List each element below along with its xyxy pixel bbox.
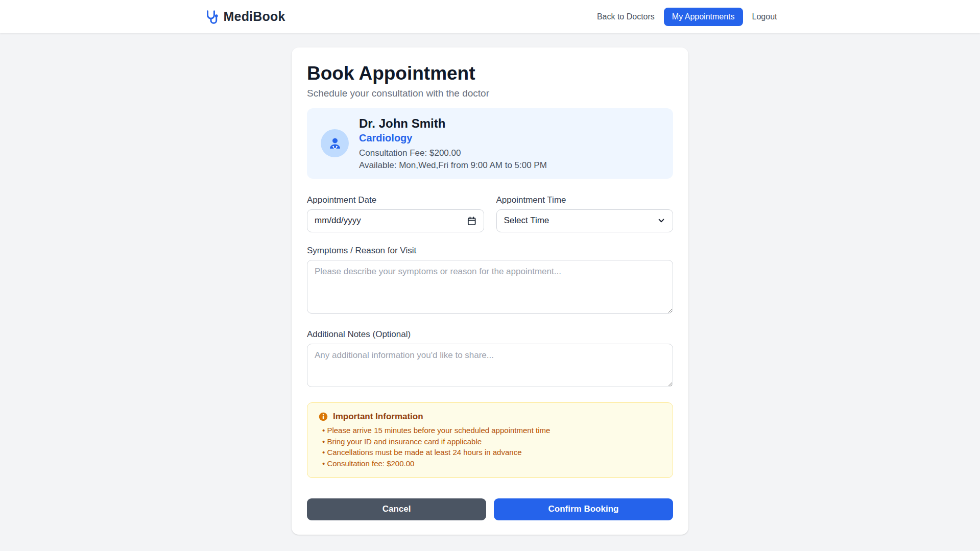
doctor-info-panel: Dr. John Smith Cardiology Consultation F… bbox=[307, 108, 673, 179]
appointment-time-label: Appointment Time bbox=[496, 195, 674, 205]
important-information-panel: Important Information Please arrive 15 m… bbox=[307, 402, 673, 478]
notice-list: Please arrive 15 minutes before your sch… bbox=[319, 426, 661, 469]
appointment-time-group: Appointment Time Select Time bbox=[496, 195, 674, 232]
page-subtitle: Schedule your consultation with the doct… bbox=[307, 88, 673, 99]
notice-title: Important Information bbox=[333, 412, 423, 422]
chevron-down-icon bbox=[657, 217, 665, 225]
date-time-row: Appointment Date mm/dd/yyyy Appointment … bbox=[307, 195, 673, 232]
brand-logo[interactable]: MediBook bbox=[203, 9, 285, 25]
notice-item: Bring your ID and insurance card if appl… bbox=[322, 437, 661, 447]
appointment-time-value: Select Time bbox=[504, 215, 549, 226]
appointment-date-input[interactable]: mm/dd/yyyy bbox=[307, 209, 484, 232]
nav-back-to-doctors[interactable]: Back to Doctors bbox=[597, 12, 655, 21]
page-title: Book Appointment bbox=[307, 63, 673, 85]
appointment-time-select[interactable]: Select Time bbox=[496, 209, 674, 232]
doctor-availability: Available: Mon,Wed,Fri from 9:00 AM to 5… bbox=[359, 160, 547, 171]
form-actions: Cancel Confirm Booking bbox=[307, 498, 673, 520]
info-circle-icon bbox=[319, 412, 328, 421]
page-content: Book Appointment Schedule your consultat… bbox=[0, 33, 980, 535]
appointment-date-value: mm/dd/yyyy bbox=[315, 215, 361, 226]
nav-my-appointments[interactable]: My Appointments bbox=[664, 8, 743, 26]
doctor-consultation-fee: Consultation Fee: $200.00 bbox=[359, 148, 547, 158]
notes-group: Additional Notes (Optional) bbox=[307, 329, 673, 389]
notice-item: Please arrive 15 minutes before your sch… bbox=[322, 426, 661, 436]
appointment-date-group: Appointment Date mm/dd/yyyy bbox=[307, 195, 484, 232]
notes-label: Additional Notes (Optional) bbox=[307, 329, 673, 340]
brand-name: MediBook bbox=[224, 9, 285, 24]
confirm-booking-button[interactable]: Confirm Booking bbox=[494, 498, 673, 520]
stethoscope-icon bbox=[203, 9, 219, 25]
notice-item: Cancellations must be made at least 24 h… bbox=[322, 448, 661, 458]
calendar-icon[interactable] bbox=[467, 216, 476, 226]
symptoms-group: Symptoms / Reason for Visit bbox=[307, 246, 673, 316]
doctor-details: Dr. John Smith Cardiology Consultation F… bbox=[359, 116, 547, 171]
notice-header: Important Information bbox=[319, 412, 661, 422]
notice-item: Consultation fee: $200.00 bbox=[322, 459, 661, 469]
doctor-name: Dr. John Smith bbox=[359, 116, 547, 131]
cancel-button[interactable]: Cancel bbox=[307, 498, 486, 520]
doctor-specialty: Cardiology bbox=[359, 132, 547, 144]
symptoms-textarea[interactable] bbox=[307, 260, 673, 314]
top-navigation-bar: MediBook Back to Doctors My Appointments… bbox=[0, 0, 980, 33]
appointment-date-label: Appointment Date bbox=[307, 195, 484, 205]
nav-logout[interactable]: Logout bbox=[752, 12, 777, 21]
symptoms-label: Symptoms / Reason for Visit bbox=[307, 246, 673, 256]
user-doctor-icon bbox=[328, 136, 342, 151]
header-nav: Back to Doctors My Appointments Logout bbox=[597, 8, 777, 26]
booking-card: Book Appointment Schedule your consultat… bbox=[292, 47, 688, 535]
header-container: MediBook Back to Doctors My Appointments… bbox=[203, 0, 777, 33]
notes-textarea[interactable] bbox=[307, 344, 673, 387]
avatar bbox=[321, 129, 349, 157]
